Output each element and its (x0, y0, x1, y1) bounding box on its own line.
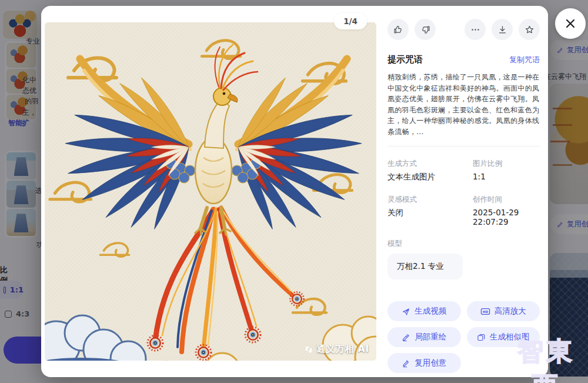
prompt-section-header: 提示咒语 复制咒语 (387, 54, 540, 65)
close-icon (564, 18, 576, 29)
thumbs-up-icon (393, 25, 403, 35)
copy-prompt-link[interactable]: 复制咒语 (509, 55, 540, 65)
toolbar (387, 19, 540, 40)
download-button[interactable] (492, 19, 513, 40)
meta-value: 文本生成图片 (387, 172, 473, 182)
action-label: 高清放大 (495, 306, 526, 317)
image-pager-badge: 1/4 (334, 13, 367, 29)
screen: 专业 化中 态优 的羽 主， 智能扩 选 功 比例 1:1 4:3 复用创意 在… (0, 0, 588, 383)
image-brand-watermark: 通义万相 AI (304, 344, 369, 355)
pencil-icon (402, 359, 410, 368)
action-label: 复用创意 (415, 358, 446, 368)
hd-upscale-button[interactable]: HD 高清放大 (467, 301, 540, 321)
brush-icon (402, 333, 410, 342)
tongyi-logo-icon (304, 345, 313, 354)
ellipsis-icon (470, 25, 480, 35)
meta-value: 2025-01-29 22:07:29 (473, 208, 540, 227)
reuse-creative-button[interactable]: 复用创意 (387, 353, 461, 373)
thumbs-down-icon (420, 25, 430, 35)
meta-value: 1:1 (473, 172, 540, 181)
section-divider (387, 146, 540, 146)
meta-value: 关闭 (387, 208, 473, 218)
action-label: 生成视频 (415, 306, 446, 317)
meta-gen-method: 生成方式 文本生成图片 (387, 159, 473, 182)
prompt-text: 精致刺绣，苏绣，描绘了一只凤凰，这是一种在中国文化中象征吉祥和美好的神鸟。画面中… (387, 72, 540, 138)
more-button[interactable] (465, 19, 486, 40)
meta-label: 图片比例 (473, 159, 540, 169)
image-detail-modal: 通义万相 AI 1/4 (41, 6, 548, 377)
svg-text:HD: HD (483, 310, 489, 314)
meta-label: 生成方式 (387, 159, 473, 169)
meta-inspiration: 灵感模式 关闭 (387, 195, 473, 227)
meta-time: 创作时间 2025-01-29 22:07:29 (473, 195, 540, 227)
download-icon (497, 25, 507, 35)
close-button[interactable] (555, 8, 586, 39)
star-icon (524, 25, 534, 35)
action-label: 局部重绘 (415, 332, 446, 342)
hd-icon: HD (480, 307, 490, 316)
thumbs-down-button[interactable] (415, 19, 436, 40)
meta-label: 灵感模式 (387, 195, 473, 205)
meta-label: 创作时间 (473, 195, 540, 205)
prompt-title: 提示咒语 (387, 54, 423, 65)
thumbs-up-button[interactable] (387, 19, 409, 40)
action-label: 生成相似图 (490, 332, 530, 342)
generated-image: 通义万相 AI (45, 22, 376, 361)
favorite-button[interactable] (519, 19, 540, 40)
video-generate-icon (402, 307, 410, 316)
similar-image-icon (477, 333, 486, 342)
metadata-grid: 生成方式 文本生成图片 图片比例 1:1 灵感模式 关闭 创作时间 2025-0… (387, 159, 540, 227)
image-watermark-text: 通义万相 AI (317, 344, 369, 355)
phoenix-embroidery-art (45, 22, 376, 361)
meta-ratio: 图片比例 1:1 (473, 159, 540, 182)
model-label: 模型 (387, 239, 540, 249)
detail-panel: 提示咒语 复制咒语 精致刺绣，苏绣，描绘了一只凤凰，这是一种在中国文化中象征吉祥… (379, 6, 548, 377)
generate-video-button[interactable]: 生成视频 (387, 301, 461, 321)
generate-similar-button[interactable]: 生成相似图 (467, 327, 540, 347)
action-buttons: 生成视频 HD 高清放大 局部重绘 生成相似图 复用创意 (387, 301, 540, 373)
model-chip: 万相2.1 专业 (387, 254, 463, 279)
inpaint-button[interactable]: 局部重绘 (387, 327, 461, 347)
